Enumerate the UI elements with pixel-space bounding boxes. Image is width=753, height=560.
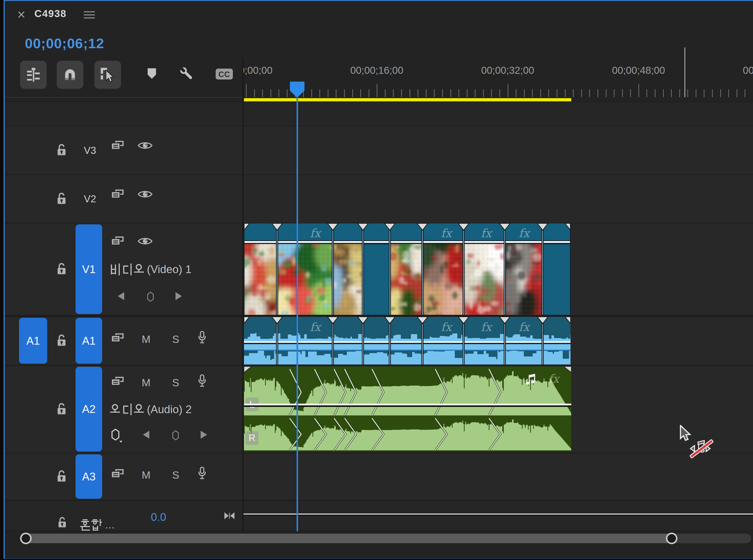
sequence-tab-title[interactable]: C4938 (34, 8, 66, 19)
source-patch-icon[interactable] (110, 140, 124, 150)
add-marker-icon (147, 68, 157, 79)
toggle-track-output-eye-icon[interactable] (137, 189, 153, 199)
ruler-minor-tick (728, 89, 729, 97)
ruler-minor-tick (622, 89, 623, 97)
video-clip[interactable] (277, 223, 333, 315)
ruler-minor-tick (287, 89, 287, 97)
solo-track-button-a2[interactable]: S (172, 377, 179, 389)
voiceover-record-mic-icon[interactable] (198, 467, 207, 480)
playhead-timecode[interactable]: 00;00;06;12 (25, 35, 104, 52)
fx-badge: fx (481, 226, 492, 240)
a1-clip-strip[interactable]: fxfxfxfx (244, 317, 571, 364)
scrollbar-thumb[interactable] (25, 534, 672, 543)
track-name-suffix: … (105, 519, 116, 531)
clip-filmstrip-shadow-line (363, 243, 390, 244)
video-clip-thumbnail (390, 244, 423, 315)
track-lock-toggle-v3[interactable] (57, 143, 67, 156)
playhead-marker[interactable] (290, 82, 304, 98)
clip-filmstrip-top-line (277, 241, 333, 243)
video-clip-thumbnail (505, 244, 543, 315)
mute-track-button-a3[interactable]: M (142, 469, 150, 481)
ruler-minor-tick (254, 89, 255, 97)
track-lock-toggle-a3[interactable] (57, 469, 67, 483)
zoom-handle-left[interactable] (20, 533, 32, 544)
ruler-minor-tick (459, 89, 459, 97)
a2-waveform (244, 366, 571, 451)
show-keyframes-bowtie-icon[interactable] (224, 512, 235, 520)
ruler-minor-tick (320, 89, 320, 97)
source-patch-icon[interactable] (110, 376, 124, 386)
video-clip[interactable] (333, 223, 363, 315)
video-clip[interactable] (390, 223, 423, 315)
track-lock-toggle-v2[interactable] (57, 192, 67, 205)
timeline-toolbar: CC (5, 59, 242, 99)
track-lock-toggle-master[interactable] (58, 516, 67, 528)
previous-keyframe-icon[interactable] (142, 431, 149, 439)
ruler-minor-tick (655, 89, 655, 97)
next-keyframe-icon[interactable] (201, 431, 208, 439)
timeline-tools-button[interactable] (174, 61, 200, 89)
panel-tab-bar: C4938 (5, 1, 753, 30)
timeline-tools-icon (178, 65, 196, 83)
ruler-minor-tick (500, 89, 500, 97)
track-header-a3: A3MS (5, 453, 242, 500)
voiceover-record-mic-icon[interactable] (198, 331, 207, 344)
toggle-track-output-eye-icon[interactable] (137, 141, 153, 150)
svg-text:CC: CC (218, 70, 230, 79)
work-area-bar[interactable] (244, 98, 571, 101)
track-select-button-a3[interactable]: A3 (76, 454, 102, 499)
mute-track-button-a2[interactable]: M (142, 377, 150, 389)
source-patch-icon[interactable] (110, 468, 124, 478)
panel-menu-button[interactable] (84, 11, 95, 19)
track-select-button-a1[interactable]: A1 (76, 318, 102, 364)
captions-button[interactable]: CC (211, 61, 238, 89)
ruler-timecode-label: 00;00;16;00 (350, 65, 403, 76)
snap-button[interactable] (57, 61, 83, 89)
move-clip-no-audio-cursor (679, 425, 717, 463)
ruler-minor-tick (352, 89, 353, 97)
ruler-minor-tick (532, 89, 533, 97)
add-keyframe-icon[interactable] (172, 430, 179, 440)
ruler-minor-tick (565, 89, 566, 97)
ruler-timecode-label: 00;00;00;00 (243, 65, 272, 76)
ruler-minor-tick (663, 89, 664, 97)
track-name-a2[interactable]: (Audio) 2 (110, 402, 192, 417)
music-clip-audio2[interactable]: LRfx (244, 366, 571, 451)
source-patch-icon[interactable] (110, 189, 124, 199)
track-select-button-a2[interactable]: A2 (76, 367, 102, 452)
channel-label-right: R (245, 431, 259, 445)
keyframe-type-icon[interactable] (111, 429, 123, 443)
zoom-handle-right[interactable] (666, 533, 677, 544)
linked-selection-button[interactable] (94, 61, 121, 89)
ruler-minor-tick (541, 89, 541, 97)
mute-track-button-a1[interactable]: M (142, 333, 150, 345)
master-gain-value[interactable]: 0.0 (151, 511, 166, 523)
ruler-minor-tick (548, 89, 549, 97)
video-clip[interactable] (244, 223, 277, 315)
clip-filmstrip-top-line (464, 241, 505, 243)
track-select-button-v3[interactable]: V3 (84, 144, 96, 157)
time-ruler[interactable]: 00;00;00;0000;00;16;0000;00;32;0000;00;4… (243, 58, 753, 102)
clip-filmstrip-top-line (333, 241, 363, 243)
add-marker-button[interactable] (140, 61, 166, 89)
source-patch-button-a1[interactable]: A1 (19, 318, 47, 364)
voiceover-record-mic-icon[interactable] (198, 374, 207, 387)
track-name-master[interactable]: … (80, 518, 116, 532)
clip-volume-band[interactable] (244, 404, 571, 405)
solo-track-button-a3[interactable]: S (172, 469, 179, 481)
source-patch-icon[interactable] (110, 333, 124, 343)
playhead-line[interactable] (297, 98, 298, 531)
track-select-button-v2[interactable]: V2 (84, 193, 96, 205)
close-panel-button[interactable] (17, 10, 26, 19)
timeline-display-settings-button[interactable] (20, 61, 47, 89)
fx-badge: fx (441, 320, 452, 334)
video-clip[interactable] (543, 223, 571, 315)
clip-filmstrip-top-line (423, 241, 464, 243)
track-lock-toggle-a2[interactable] (57, 402, 67, 415)
solo-track-button-a1[interactable]: S (172, 333, 179, 345)
track-lock-toggle-a1[interactable] (57, 334, 67, 347)
ruler-minor-tick (581, 89, 582, 97)
video-clip[interactable] (363, 223, 390, 315)
ruler-minor-tick (418, 89, 418, 97)
ruler-minor-tick (475, 89, 475, 97)
